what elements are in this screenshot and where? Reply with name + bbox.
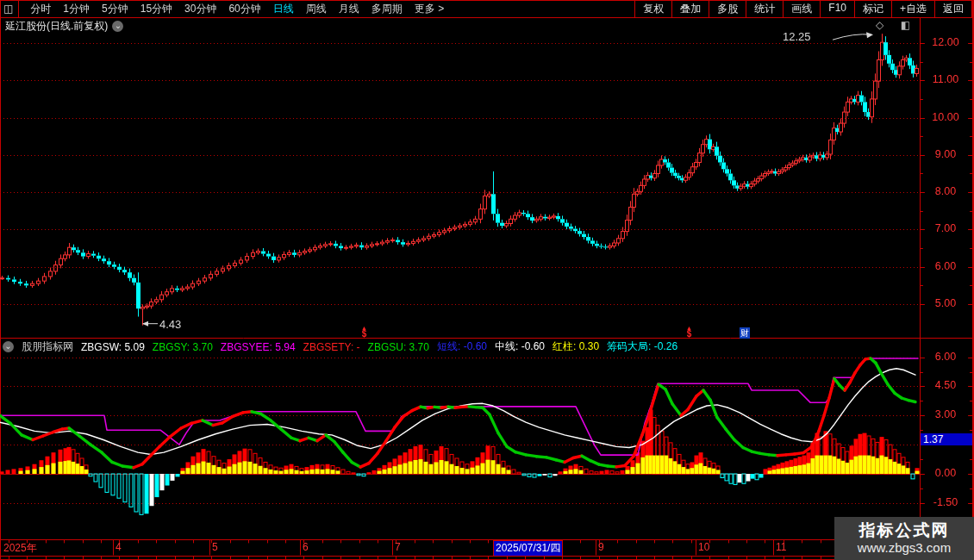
period-tab-更多 ˃[interactable]: 更多 ˃ xyxy=(409,2,450,16)
date-axis: 2025年45672025/07/31/四91011 xyxy=(0,540,834,555)
indicator-brand: 股朋指标网 xyxy=(22,339,73,354)
menu-标记[interactable]: 标记 xyxy=(855,0,892,17)
chart-title-bar: 延江股份(日线.前复权) ⌄ xyxy=(5,19,123,34)
price-axis-label: 10.00 xyxy=(922,111,969,123)
tool-menu: 复权叠加多股统计画线F10标记+自选返回 xyxy=(634,0,972,17)
top-menu-bar: ◫ 分时1分钟5分钟15分钟30分钟60分钟日线周线月线多周期更多 ˃ 复权叠加… xyxy=(0,0,972,18)
indicator-value: ZBGSW: 5.09 xyxy=(81,341,145,353)
indicator-axis-label: 3.00 xyxy=(922,408,969,420)
period-tab-月线[interactable]: 月线 xyxy=(333,2,365,16)
menu-F10[interactable]: F10 xyxy=(821,0,855,17)
watermark-url: www.zbgs3.com xyxy=(858,540,951,556)
price-axis-label: 8.00 xyxy=(922,185,969,197)
date-axis-label: 10 xyxy=(698,541,709,553)
price-axis-label: 12.00 xyxy=(922,36,969,48)
period-tab-分时[interactable]: 分时 xyxy=(24,2,57,16)
menu-画线[interactable]: 画线 xyxy=(784,0,821,17)
date-axis-label: 7 xyxy=(395,541,401,553)
indicator-axis-label: 0.00 xyxy=(922,467,969,479)
date-axis-label: 6 xyxy=(303,541,309,553)
high-price-annotation: 12.25 xyxy=(783,30,811,43)
price-axis-label: 9.00 xyxy=(922,148,969,160)
period-tab-多周期[interactable]: 多周期 xyxy=(365,2,409,16)
menu-统计[interactable]: 统计 xyxy=(746,0,784,17)
price-axis-label: 5.00 xyxy=(922,297,969,309)
latest-value-tag: 1.37 xyxy=(921,433,972,445)
indicator-value: ZBGSYEE: 5.94 xyxy=(221,341,296,353)
period-tab-60分钟[interactable]: 60分钟 xyxy=(222,2,266,16)
selected-date-label: 2025/07/31/四 xyxy=(493,540,563,557)
period-tab-15分钟[interactable]: 15分钟 xyxy=(134,2,178,16)
period-tab-周线[interactable]: 周线 xyxy=(300,2,333,16)
period-tab-1分钟[interactable]: 1分钟 xyxy=(57,2,96,16)
menu-+自选[interactable]: +自选 xyxy=(892,0,935,17)
period-menu: 分时1分钟5分钟15分钟30分钟60分钟日线周线月线多周期更多 ˃ xyxy=(18,0,450,17)
indicator-axis-label: 4.50 xyxy=(922,379,969,391)
indicator-value: ZBGSETY: - xyxy=(303,341,360,353)
indicator-value: ZBGSY: 3.70 xyxy=(153,341,213,353)
indicator-value: 筹码大局: -0.26 xyxy=(607,339,677,354)
indicator-value: ZBGSU: 3.70 xyxy=(368,341,429,353)
low-price-annotation: 4.43 xyxy=(159,318,181,331)
indicator-value: 短线: -0.60 xyxy=(437,339,487,354)
indicator-value: 中线: -0.60 xyxy=(495,339,545,354)
date-axis-label: 11 xyxy=(776,541,786,553)
chevron-down-icon[interactable]: ⌄ xyxy=(112,21,123,32)
collapse-icon[interactable]: ⌄ xyxy=(3,341,14,352)
date-axis-label: 4 xyxy=(116,541,122,553)
layout-icon[interactable]: ◫ xyxy=(0,3,18,15)
price-axis-label: 7.00 xyxy=(922,222,969,234)
watermark-title: 指标公式网 xyxy=(859,521,950,540)
menu-多股[interactable]: 多股 xyxy=(709,0,746,17)
menu-返回[interactable]: 返回 xyxy=(935,0,972,17)
period-tab-日线[interactable]: 日线 xyxy=(267,2,300,16)
app-window: ◫ 分时1分钟5分钟15分钟30分钟60分钟日线周线月线多周期更多 ˃ 复权叠加… xyxy=(0,0,974,560)
chart-corner-icons[interactable]: ◇ ◧ xyxy=(876,19,917,31)
indicator-axis-label: -1.50 xyxy=(922,496,969,508)
menu-叠加[interactable]: 叠加 xyxy=(672,0,709,17)
date-axis-label: 2025年 xyxy=(3,541,37,556)
indicator-header: ⌄ 股朋指标网 ZBGSW: 5.09ZBGSY: 3.70ZBGSYEE: 5… xyxy=(3,339,677,354)
stock-title: 延江股份(日线.前复权) xyxy=(5,19,108,34)
price-axis-label: 11.00 xyxy=(922,73,969,85)
period-tab-5分钟[interactable]: 5分钟 xyxy=(96,2,134,16)
money-flag-marker[interactable]: ▲$ xyxy=(361,325,367,337)
indicator-value: 红柱: 0.30 xyxy=(553,339,599,354)
money-flag-marker[interactable]: ▲$ xyxy=(686,325,692,337)
menu-复权[interactable]: 复权 xyxy=(635,0,672,17)
period-tab-30分钟[interactable]: 30分钟 xyxy=(178,2,222,16)
indicator-axis-label: 6.00 xyxy=(922,351,969,363)
news-flag-marker[interactable]: 财 xyxy=(740,327,750,339)
chart-canvas[interactable] xyxy=(0,0,974,560)
date-axis-label: 9 xyxy=(598,541,604,553)
date-axis-label: 5 xyxy=(212,541,218,553)
price-axis-label: 6.00 xyxy=(922,260,969,272)
watermark-box: 指标公式网 www.zbgs3.com xyxy=(834,517,974,560)
